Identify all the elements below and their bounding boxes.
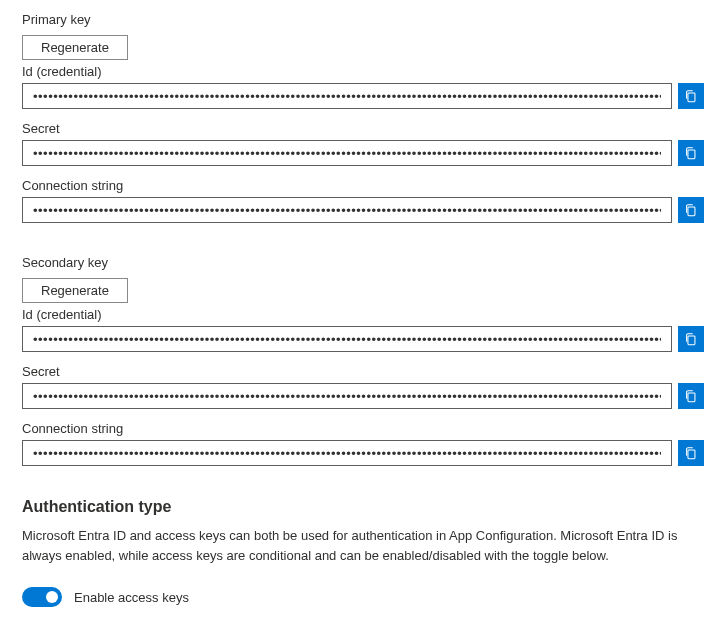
- secondary-connection-label: Connection string: [22, 421, 704, 436]
- primary-id-copy-button[interactable]: [678, 83, 704, 109]
- secondary-secret-row: [22, 383, 704, 409]
- secondary-id-copy-button[interactable]: [678, 326, 704, 352]
- primary-connection-row: [22, 197, 704, 223]
- secondary-secret-label: Secret: [22, 364, 704, 379]
- secondary-connection-field-group: Connection string: [22, 421, 704, 466]
- copy-icon: [684, 332, 698, 346]
- svg-rect-2: [688, 207, 695, 216]
- secondary-secret-field-group: Secret: [22, 364, 704, 409]
- secondary-connection-row: [22, 440, 704, 466]
- secondary-id-label: Id (credential): [22, 307, 704, 322]
- copy-icon: [684, 89, 698, 103]
- secondary-key-title: Secondary key: [22, 255, 704, 270]
- primary-secret-label: Secret: [22, 121, 704, 136]
- secondary-secret-input[interactable]: [22, 383, 672, 409]
- secondary-connection-input[interactable]: [22, 440, 672, 466]
- primary-id-label: Id (credential): [22, 64, 704, 79]
- primary-key-title: Primary key: [22, 12, 704, 27]
- enable-access-keys-label: Enable access keys: [74, 590, 189, 605]
- authentication-type-description: Microsoft Entra ID and access keys can b…: [22, 526, 704, 565]
- copy-icon: [684, 389, 698, 403]
- enable-access-keys-toggle[interactable]: [22, 587, 62, 607]
- authentication-type-section: Authentication type Microsoft Entra ID a…: [22, 498, 704, 607]
- primary-connection-copy-button[interactable]: [678, 197, 704, 223]
- primary-connection-field-group: Connection string: [22, 178, 704, 223]
- primary-secret-row: [22, 140, 704, 166]
- primary-id-field-group: Id (credential): [22, 64, 704, 109]
- authentication-type-heading: Authentication type: [22, 498, 704, 516]
- secondary-id-field-group: Id (credential): [22, 307, 704, 352]
- primary-key-block: Primary key Regenerate Id (credential) S…: [22, 12, 704, 223]
- secondary-regenerate-button[interactable]: Regenerate: [22, 278, 128, 303]
- secondary-id-row: [22, 326, 704, 352]
- svg-rect-4: [688, 393, 695, 402]
- secondary-key-block: Secondary key Regenerate Id (credential)…: [22, 255, 704, 466]
- svg-rect-1: [688, 150, 695, 159]
- primary-secret-input[interactable]: [22, 140, 672, 166]
- primary-regenerate-button[interactable]: Regenerate: [22, 35, 128, 60]
- primary-id-input[interactable]: [22, 83, 672, 109]
- secondary-id-input[interactable]: [22, 326, 672, 352]
- primary-connection-input[interactable]: [22, 197, 672, 223]
- primary-connection-label: Connection string: [22, 178, 704, 193]
- secondary-secret-copy-button[interactable]: [678, 383, 704, 409]
- copy-icon: [684, 446, 698, 460]
- svg-rect-3: [688, 336, 695, 345]
- copy-icon: [684, 203, 698, 217]
- toggle-knob: [46, 591, 58, 603]
- svg-rect-5: [688, 450, 695, 459]
- primary-secret-copy-button[interactable]: [678, 140, 704, 166]
- svg-rect-0: [688, 93, 695, 102]
- secondary-connection-copy-button[interactable]: [678, 440, 704, 466]
- enable-access-keys-row: Enable access keys: [22, 587, 704, 607]
- copy-icon: [684, 146, 698, 160]
- primary-id-row: [22, 83, 704, 109]
- primary-secret-field-group: Secret: [22, 121, 704, 166]
